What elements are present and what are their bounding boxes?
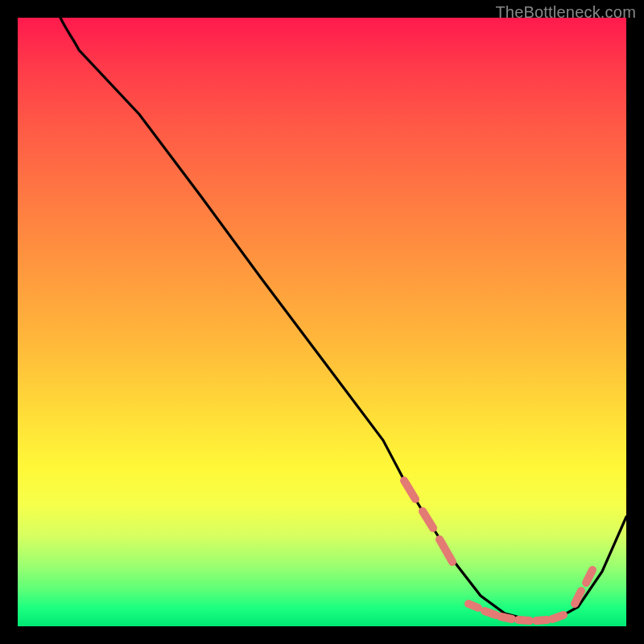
svg-line-4: [485, 611, 496, 615]
svg-line-2: [440, 539, 452, 562]
svg-line-3: [469, 604, 478, 608]
curve-svg: [18, 18, 626, 626]
svg-line-6: [518, 620, 530, 621]
chart-frame: TheBottleneck.com: [0, 0, 644, 644]
svg-line-5: [501, 617, 512, 619]
bottleneck-curve: [60, 18, 626, 621]
svg-line-7: [536, 620, 547, 621]
marker-group-left: [404, 481, 452, 562]
svg-line-0: [404, 481, 415, 499]
watermark-text: TheBottleneck.com: [495, 3, 636, 22]
plot-area: [18, 18, 626, 626]
marker-group-bottom: [469, 604, 564, 621]
svg-line-8: [552, 615, 564, 619]
svg-line-10: [586, 570, 592, 583]
svg-line-1: [423, 511, 433, 528]
